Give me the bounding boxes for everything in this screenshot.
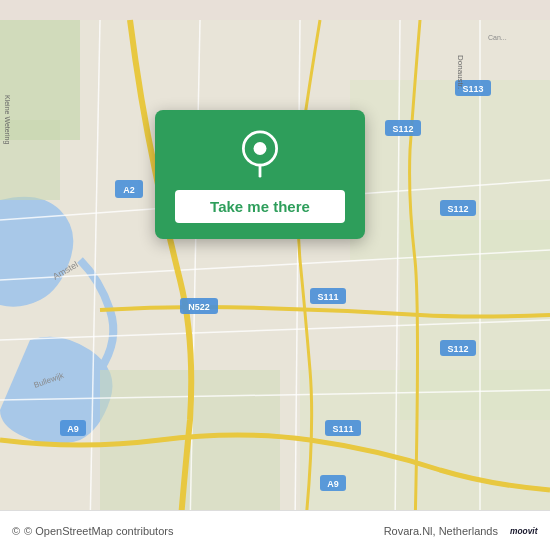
svg-text:moovit: moovit [510, 526, 538, 536]
svg-text:S112: S112 [447, 344, 468, 354]
svg-text:A2: A2 [123, 185, 135, 195]
brand-name: Rovara.Nl, Netherlands [384, 525, 498, 537]
location-card: Take me there [155, 110, 365, 239]
attribution-text: © OpenStreetMap contributors [24, 525, 173, 537]
svg-text:A9: A9 [67, 424, 79, 434]
svg-text:S112: S112 [392, 124, 413, 134]
map-container: A2 N522 S111 S112 S113 S112 S112 S111 A9… [0, 0, 550, 550]
take-me-there-button[interactable]: Take me there [175, 190, 345, 223]
map-background: A2 N522 S111 S112 S113 S112 S112 S111 A9… [0, 0, 550, 550]
svg-text:N522: N522 [188, 302, 210, 312]
moovit-branding: Rovara.Nl, Netherlands moovit [384, 517, 538, 545]
moovit-logo: moovit [510, 517, 538, 545]
svg-text:S111: S111 [332, 424, 353, 434]
attribution: © © OpenStreetMap contributors [12, 525, 173, 537]
location-pin-icon [236, 130, 284, 178]
svg-text:Donaustr.: Donaustr. [456, 55, 465, 89]
svg-text:S111: S111 [317, 292, 338, 302]
svg-text:A9: A9 [327, 479, 339, 489]
svg-text:S112: S112 [447, 204, 468, 214]
svg-text:Kleine Wetering: Kleine Wetering [3, 95, 11, 144]
svg-point-42 [254, 142, 267, 155]
copyright-icon: © [12, 525, 20, 537]
svg-text:Can...: Can... [488, 34, 507, 41]
bottom-bar: © © OpenStreetMap contributors Rovara.Nl… [0, 510, 550, 550]
